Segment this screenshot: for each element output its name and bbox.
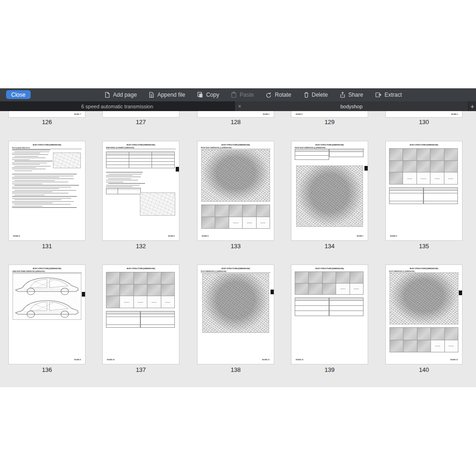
section-tab-marker: [459, 291, 462, 295]
page-thumbnail-127[interactable]: [102, 111, 179, 118]
page-thumbnail-133[interactable]: BODY STRUCTURE [DIMENSIONS]FRONT BODY DI…: [197, 141, 274, 241]
delete-icon: [304, 92, 309, 98]
diagram-figure: [296, 165, 363, 227]
page-footer-code: 09-80D-8: [390, 235, 397, 237]
toolbar-button-label: Add page: [113, 92, 137, 98]
page-thumbnail-128[interactable]: 09-80D-1: [197, 111, 274, 118]
page-number-label: 137: [102, 366, 179, 373]
section-tab-marker: [82, 292, 85, 297]
share-button[interactable]: Share: [340, 92, 363, 98]
new-tab-button[interactable]: +: [468, 101, 476, 111]
page-footer-code: 09-80D-11: [262, 359, 270, 361]
page-header: BODY STRUCTURE [DIMENSIONS]: [9, 267, 85, 270]
diagram-figure: [201, 150, 270, 202]
tab-close-icon[interactable]: ×: [238, 104, 241, 109]
copy-icon: [197, 92, 203, 98]
page-thumbnail-134[interactable]: BODY STRUCTURE [DIMENSIONS]FRONT BODY DI…: [291, 141, 368, 241]
append-file-button[interactable]: Append file: [149, 92, 185, 98]
delete-button[interactable]: Delete: [304, 92, 328, 98]
toolbar-button-label: Copy: [206, 92, 219, 98]
extract-button[interactable]: Extract: [375, 92, 402, 98]
photo-grid: [106, 272, 175, 308]
rotate-icon: [266, 92, 272, 98]
dimension-table: [106, 188, 141, 194]
car-side-view-figure: [13, 273, 81, 320]
page-thumbnail-137[interactable]: BODY STRUCTURE [DIMENSIONS]09-80D-10: [102, 264, 179, 364]
page-number-label: 135: [385, 243, 463, 250]
paste-button[interactable]: Paste: [231, 92, 254, 98]
copy-button[interactable]: Copy: [197, 92, 219, 98]
page-number-label: 126: [8, 119, 86, 126]
page-thumbnail-136[interactable]: BODY STRUCTURE [DIMENSIONS]CABIN SIDE FR…: [8, 264, 86, 364]
page-thumbnail-129[interactable]: 09-80D-2: [291, 111, 368, 118]
tab-label: 6 speed automatic transmission: [81, 104, 153, 109]
tab-bodyshop[interactable]: × bodyshop: [235, 101, 468, 111]
toolbar-button-label: Rotate: [275, 92, 291, 98]
paste-icon: [231, 92, 237, 98]
page-thumbnail-135[interactable]: BODY STRUCTURE [DIMENSIONS]09-80D-8: [385, 141, 463, 241]
dimension-table: [106, 152, 175, 168]
page-thumbnail-132[interactable]: BODY STRUCTURE [DIMENSIONS]REAR WHEEL AL…: [102, 141, 179, 241]
diagram-figure: [202, 273, 269, 333]
page-thumbnail-131[interactable]: BODY STRUCTURE [DIMENSIONS]Steering Angl…: [8, 141, 86, 241]
text-lines: [106, 172, 144, 188]
diagram-figure: [140, 192, 175, 216]
dimension-table: [329, 298, 364, 316]
page-number-label: 136: [8, 366, 86, 373]
page-footer-code: 09-80D-13: [450, 359, 458, 361]
page-thumbnail-138[interactable]: BODY STRUCTURE [DIMENSIONS]ROOF DIMENSIO…: [197, 264, 274, 364]
append-file-icon: [149, 92, 154, 98]
page-footer-code: 09-80D-3: [451, 113, 458, 115]
dimension-table: [295, 149, 329, 160]
page-footer-code: 09-80D-6: [202, 235, 209, 237]
section-tab-marker: [176, 167, 179, 172]
photo-grid: [201, 205, 270, 229]
page-subtitle: REAR WHEEL ALIGNMENT [DIMENSIONS]: [106, 147, 176, 149]
dimension-table: [295, 298, 329, 316]
page-footer-code: 09-80C-7: [74, 113, 81, 115]
page-header: BODY STRUCTURE [DIMENSIONS]: [386, 267, 462, 270]
page-number-label: 132: [102, 243, 179, 250]
page-footer-code: 09-80D-9: [74, 359, 81, 361]
toolbar-button-label: Share: [348, 92, 363, 98]
page-number-label: 133: [197, 243, 274, 250]
page-footer-code: 09-80D-4: [13, 235, 20, 237]
page-thumbnail-grid: 09-80C-712612709-80D-112809-80D-212909-8…: [0, 111, 476, 387]
page-header: BODY STRUCTURE [DIMENSIONS]: [198, 267, 274, 270]
page-header: BODY STRUCTURE [DIMENSIONS]: [291, 144, 368, 146]
toolbar-button-label: Paste: [239, 92, 254, 98]
page-number-label: 139: [291, 366, 368, 373]
photo-grid: [389, 148, 458, 185]
add-page-icon: [105, 92, 110, 98]
page-number-label: 127: [102, 119, 179, 126]
page-header: BODY STRUCTURE [DIMENSIONS]: [9, 144, 85, 146]
toolbar-button-label: Delete: [312, 92, 328, 98]
add-page-button[interactable]: Add page: [105, 92, 137, 98]
page-header: BODY STRUCTURE [DIMENSIONS]: [291, 267, 368, 270]
page-thumbnail-140[interactable]: BODY STRUCTURE [DIMENSIONS]ROOF DIMENSIO…: [385, 264, 463, 364]
page-number-label: 134: [291, 243, 368, 250]
rotate-button[interactable]: Rotate: [266, 92, 291, 98]
page-subtitle: CABIN SIDE FRAME DIMENSIONS [DIMENSIONS]: [12, 271, 82, 273]
tab-label: bodyshop: [340, 104, 363, 109]
toolbar: Close Add pageAppend fileCopyPasteRotate…: [0, 88, 476, 101]
page-thumbnail-126[interactable]: 09-80C-7: [8, 111, 86, 118]
page-number-label: 131: [8, 243, 86, 250]
dimension-table: [423, 187, 458, 204]
tab-6-speed-automatic-transmission[interactable]: 6 speed automatic transmission: [0, 101, 235, 111]
diagram-figure: [53, 152, 81, 168]
page-number-label: 138: [197, 366, 274, 373]
page-thumbnail-130[interactable]: 09-80D-3: [385, 111, 463, 118]
photo-grid: [390, 327, 458, 352]
page-number-label: 128: [197, 119, 274, 126]
page-number-label: 129: [291, 119, 368, 126]
close-button[interactable]: Close: [6, 90, 31, 99]
page-header: BODY STRUCTURE [DIMENSIONS]: [386, 144, 462, 146]
dimension-table: [389, 187, 423, 204]
page-subtitle: FRONT BODY DIMENSIONS (1) [DIMENSIONS]: [201, 147, 271, 149]
page-thumbnail-139[interactable]: BODY STRUCTURE [DIMENSIONS]09-80D-12: [291, 264, 368, 364]
page-footer-code: 09-80D-10: [107, 359, 115, 361]
extract-icon: [375, 92, 382, 98]
page-subtitle: ROOF DIMENSIONS (1) [DIMENSIONS]: [201, 271, 271, 273]
page-number-label: 130: [385, 119, 463, 126]
